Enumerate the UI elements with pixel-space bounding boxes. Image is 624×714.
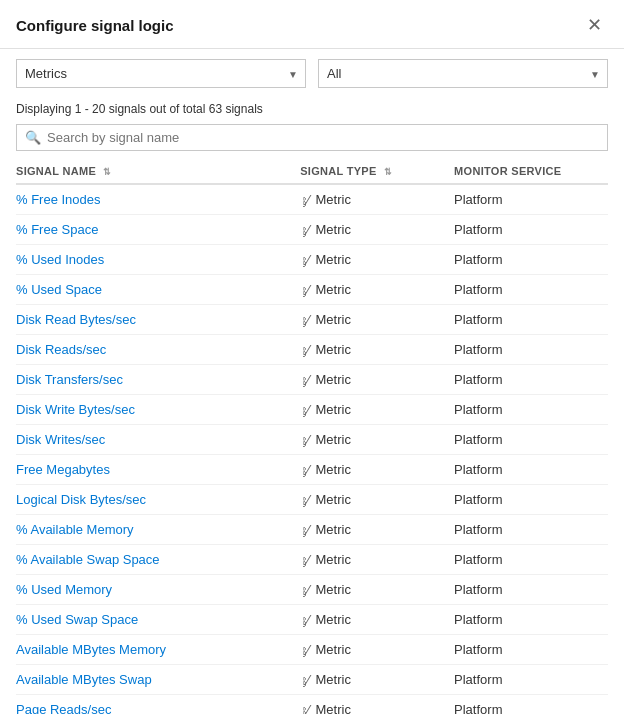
table-row: Available MBytes Swap ⨾∕ Metric Platform xyxy=(16,665,608,695)
column-header-signal-name[interactable]: SIGNAL NAME ⇅ xyxy=(16,159,300,184)
table-row: Disk Read Bytes/sec ⨾∕ Metric Platform xyxy=(16,305,608,335)
signal-name-link[interactable]: % Used Memory xyxy=(16,582,112,597)
signal-type-label: Metric xyxy=(316,252,351,267)
signal-name-link[interactable]: Disk Writes/sec xyxy=(16,432,105,447)
metric-icon: ⨾∕ xyxy=(300,223,309,237)
dialog-header: Configure signal logic ✕ xyxy=(0,0,624,49)
dialog-title: Configure signal logic xyxy=(16,17,174,34)
table-row: % Available Memory ⨾∕ Metric Platform xyxy=(16,515,608,545)
signal-name-link[interactable]: Disk Write Bytes/sec xyxy=(16,402,135,417)
metric-icon: ⨾∕ xyxy=(300,673,309,687)
search-box: 🔍 xyxy=(16,124,608,151)
signal-name-link[interactable]: % Used Inodes xyxy=(16,252,104,267)
search-icon: 🔍 xyxy=(25,130,41,145)
metric-icon: ⨾∕ xyxy=(300,553,309,567)
table-row: % Free Space ⨾∕ Metric Platform xyxy=(16,215,608,245)
monitor-service-cell: Platform xyxy=(454,335,608,365)
signal-type-cell: ⨾∕ Metric xyxy=(300,215,454,245)
table-row: % Used Space ⨾∕ Metric Platform xyxy=(16,275,608,305)
column-header-monitor-service: MONITOR SERVICE xyxy=(454,159,608,184)
table-row: Disk Transfers/sec ⨾∕ Metric Platform xyxy=(16,365,608,395)
signal-name-cell: Available MBytes Memory xyxy=(16,635,300,665)
signal-type-label: Metric xyxy=(316,492,351,507)
monitor-service-cell: Platform xyxy=(454,425,608,455)
signal-type-label: Metric xyxy=(316,432,351,447)
signals-table: SIGNAL NAME ⇅ SIGNAL TYPE ⇅ MONITOR SERV… xyxy=(16,159,608,714)
signal-name-link[interactable]: % Free Space xyxy=(16,222,98,237)
column-header-signal-type[interactable]: SIGNAL TYPE ⇅ xyxy=(300,159,454,184)
signal-type-cell: ⨾∕ Metric xyxy=(300,515,454,545)
signal-type-label: Metric xyxy=(316,402,351,417)
monitor-service-cell: Platform xyxy=(454,695,608,715)
monitor-service-cell: Platform xyxy=(454,515,608,545)
metric-icon: ⨾∕ xyxy=(300,253,309,267)
signal-name-link[interactable]: Disk Read Bytes/sec xyxy=(16,312,136,327)
signal-type-select[interactable]: Metrics Log Activity Log xyxy=(16,59,306,88)
signal-type-label: Metric xyxy=(316,612,351,627)
signal-name-cell: % Free Space xyxy=(16,215,300,245)
signal-name-link[interactable]: % Free Inodes xyxy=(16,192,101,207)
signal-name-cell: % Available Memory xyxy=(16,515,300,545)
signal-type-cell: ⨾∕ Metric xyxy=(300,275,454,305)
monitor-service-cell: Platform xyxy=(454,455,608,485)
metric-icon: ⨾∕ xyxy=(300,493,309,507)
signal-type-label: Metric xyxy=(316,282,351,297)
signal-name-link[interactable]: Page Reads/sec xyxy=(16,702,111,714)
monitor-service-cell: Platform xyxy=(454,184,608,215)
signal-type-label: Metric xyxy=(316,372,351,387)
signal-type-label: Metric xyxy=(316,522,351,537)
signal-name-cell: Available MBytes Swap xyxy=(16,665,300,695)
signal-name-link[interactable]: % Available Swap Space xyxy=(16,552,160,567)
metric-icon: ⨾∕ xyxy=(300,193,309,207)
signal-name-link[interactable]: Available MBytes Memory xyxy=(16,642,166,657)
table-row: % Used Memory ⨾∕ Metric Platform xyxy=(16,575,608,605)
category-select[interactable]: All Compute Storage Network xyxy=(318,59,608,88)
close-button[interactable]: ✕ xyxy=(581,12,608,38)
signal-type-label: Metric xyxy=(316,672,351,687)
signal-name-cell: % Used Swap Space xyxy=(16,605,300,635)
metric-icon: ⨾∕ xyxy=(300,463,309,477)
signal-name-cell: % Available Swap Space xyxy=(16,545,300,575)
signal-type-label: Metric xyxy=(316,702,351,714)
search-input[interactable] xyxy=(47,130,599,145)
signal-name-link[interactable]: % Used Swap Space xyxy=(16,612,138,627)
signal-name-link[interactable]: Logical Disk Bytes/sec xyxy=(16,492,146,507)
table-header-row: SIGNAL NAME ⇅ SIGNAL TYPE ⇅ MONITOR SERV… xyxy=(16,159,608,184)
signal-type-cell: ⨾∕ Metric xyxy=(300,605,454,635)
table-row: % Used Swap Space ⨾∕ Metric Platform xyxy=(16,605,608,635)
signal-name-link[interactable]: % Available Memory xyxy=(16,522,134,537)
metric-icon: ⨾∕ xyxy=(300,703,309,715)
metric-icon: ⨾∕ xyxy=(300,583,309,597)
signal-type-cell: ⨾∕ Metric xyxy=(300,305,454,335)
signal-name-link[interactable]: % Used Space xyxy=(16,282,102,297)
monitor-service-cell: Platform xyxy=(454,245,608,275)
signal-type-label: Metric xyxy=(316,642,351,657)
metric-icon: ⨾∕ xyxy=(300,343,309,357)
signal-type-cell: ⨾∕ Metric xyxy=(300,335,454,365)
signal-type-cell: ⨾∕ Metric xyxy=(300,635,454,665)
monitor-service-cell: Platform xyxy=(454,215,608,245)
metric-icon: ⨾∕ xyxy=(300,433,309,447)
signal-type-cell: ⨾∕ Metric xyxy=(300,184,454,215)
signal-name-link[interactable]: Available MBytes Swap xyxy=(16,672,152,687)
metric-icon: ⨾∕ xyxy=(300,373,309,387)
signal-name-cell: % Free Inodes xyxy=(16,184,300,215)
sort-icon: ⇅ xyxy=(103,167,111,177)
signal-type-label: Metric xyxy=(316,222,351,237)
metric-icon: ⨾∕ xyxy=(300,643,309,657)
signal-name-link[interactable]: Disk Transfers/sec xyxy=(16,372,123,387)
signal-type-label: Metric xyxy=(316,462,351,477)
signal-name-link[interactable]: Disk Reads/sec xyxy=(16,342,106,357)
table-row: Available MBytes Memory ⨾∕ Metric Platfo… xyxy=(16,635,608,665)
monitor-service-cell: Platform xyxy=(454,275,608,305)
table-row: Free Megabytes ⨾∕ Metric Platform xyxy=(16,455,608,485)
signal-name-cell: Disk Transfers/sec xyxy=(16,365,300,395)
signal-type-label: Metric xyxy=(316,312,351,327)
signal-name-link[interactable]: Free Megabytes xyxy=(16,462,110,477)
metric-icon: ⨾∕ xyxy=(300,403,309,417)
metric-icon: ⨾∕ xyxy=(300,613,309,627)
table-row: % Available Swap Space ⨾∕ Metric Platfor… xyxy=(16,545,608,575)
table-row: Disk Writes/sec ⨾∕ Metric Platform xyxy=(16,425,608,455)
signal-type-label: Metric xyxy=(316,582,351,597)
search-wrapper: 🔍 xyxy=(0,124,624,159)
